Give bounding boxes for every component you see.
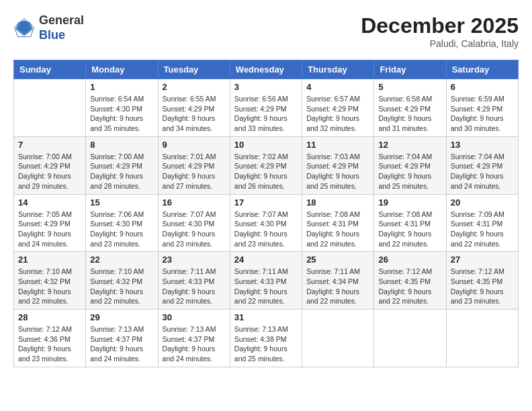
weekday-header-tuesday: Tuesday (158, 60, 230, 79)
calendar-cell: 19Sunrise: 7:08 AMSunset: 4:31 PMDayligh… (374, 194, 446, 252)
calendar-cell: 8Sunrise: 7:00 AMSunset: 4:29 PMDaylight… (86, 136, 158, 194)
logo-text: General Blue (39, 13, 84, 42)
week-row-5: 28Sunrise: 7:12 AMSunset: 4:36 PMDayligh… (14, 310, 519, 367)
calendar-cell (14, 79, 86, 137)
calendar-cell: 21Sunrise: 7:10 AMSunset: 4:32 PMDayligh… (14, 252, 86, 310)
weekday-header-saturday: Saturday (446, 60, 518, 79)
day-info: Sunrise: 7:05 AMSunset: 4:29 PMDaylight:… (18, 210, 81, 249)
day-info: Sunrise: 6:56 AMSunset: 4:29 PMDaylight:… (234, 94, 298, 134)
day-info: Sunrise: 7:13 AMSunset: 4:38 PMDaylight:… (234, 324, 298, 364)
week-row-4: 21Sunrise: 7:10 AMSunset: 4:32 PMDayligh… (14, 252, 519, 310)
calendar-cell: 13Sunrise: 7:04 AMSunset: 4:29 PMDayligh… (446, 136, 518, 194)
logo-icon (13, 17, 35, 39)
day-info: Sunrise: 6:54 AMSunset: 4:30 PMDaylight:… (90, 94, 153, 134)
calendar-cell: 22Sunrise: 7:10 AMSunset: 4:32 PMDayligh… (86, 252, 158, 310)
calendar-cell (374, 310, 446, 367)
calendar-cell: 3Sunrise: 6:56 AMSunset: 4:29 PMDaylight… (230, 79, 302, 137)
location: Paludi, Calabria, Italy (361, 38, 519, 49)
day-info: Sunrise: 6:57 AMSunset: 4:29 PMDaylight:… (306, 94, 369, 134)
day-info: Sunrise: 7:09 AMSunset: 4:31 PMDaylight:… (451, 210, 514, 249)
day-info: Sunrise: 7:13 AMSunset: 4:37 PMDaylight:… (90, 324, 153, 364)
day-number: 24 (234, 255, 298, 265)
calendar-table: SundayMondayTuesdayWednesdayThursdayFrid… (13, 60, 519, 367)
day-info: Sunrise: 7:01 AMSunset: 4:29 PMDaylight:… (163, 152, 226, 191)
page-header: General Blue December 2025 Paludi, Calab… (13, 13, 519, 49)
day-info: Sunrise: 7:07 AMSunset: 4:30 PMDaylight:… (163, 210, 226, 249)
day-info: Sunrise: 7:10 AMSunset: 4:32 PMDaylight:… (18, 267, 81, 306)
calendar-cell: 4Sunrise: 6:57 AMSunset: 4:29 PMDaylight… (302, 79, 374, 137)
day-info: Sunrise: 6:55 AMSunset: 4:29 PMDaylight:… (163, 94, 226, 134)
day-number: 18 (306, 197, 369, 208)
calendar-cell: 18Sunrise: 7:08 AMSunset: 4:31 PMDayligh… (302, 194, 374, 252)
calendar-cell: 15Sunrise: 7:06 AMSunset: 4:30 PMDayligh… (86, 194, 158, 252)
calendar-cell: 24Sunrise: 7:11 AMSunset: 4:33 PMDayligh… (230, 252, 302, 310)
day-number: 5 (378, 82, 441, 92)
day-number: 25 (306, 255, 369, 265)
day-info: Sunrise: 7:13 AMSunset: 4:37 PMDaylight:… (163, 324, 226, 364)
day-info: Sunrise: 7:11 AMSunset: 4:33 PMDaylight:… (234, 267, 298, 306)
week-row-3: 14Sunrise: 7:05 AMSunset: 4:29 PMDayligh… (14, 194, 519, 252)
day-number: 30 (163, 312, 226, 322)
calendar-cell: 5Sunrise: 6:58 AMSunset: 4:29 PMDaylight… (374, 79, 446, 137)
calendar-cell: 25Sunrise: 7:11 AMSunset: 4:34 PMDayligh… (302, 252, 374, 310)
day-number: 2 (163, 82, 226, 92)
day-number: 16 (163, 197, 226, 208)
day-number: 12 (378, 140, 441, 150)
day-number: 6 (451, 82, 514, 92)
day-info: Sunrise: 7:00 AMSunset: 4:29 PMDaylight:… (18, 152, 81, 191)
weekday-header-thursday: Thursday (302, 60, 374, 79)
weekday-header-sunday: Sunday (14, 60, 86, 79)
calendar-cell: 11Sunrise: 7:03 AMSunset: 4:29 PMDayligh… (302, 136, 374, 194)
day-info: Sunrise: 7:06 AMSunset: 4:30 PMDaylight:… (90, 210, 153, 249)
calendar-cell: 7Sunrise: 7:00 AMSunset: 4:29 PMDaylight… (14, 136, 86, 194)
day-info: Sunrise: 7:12 AMSunset: 4:35 PMDaylight:… (451, 267, 514, 306)
weekday-header-monday: Monday (86, 60, 158, 79)
week-row-2: 7Sunrise: 7:00 AMSunset: 4:29 PMDaylight… (14, 136, 519, 194)
day-info: Sunrise: 7:02 AMSunset: 4:29 PMDaylight:… (234, 152, 298, 191)
calendar-cell: 1Sunrise: 6:54 AMSunset: 4:30 PMDaylight… (86, 79, 158, 137)
calendar-cell: 6Sunrise: 6:59 AMSunset: 4:29 PMDaylight… (446, 79, 518, 137)
week-row-1: 1Sunrise: 6:54 AMSunset: 4:30 PMDaylight… (14, 79, 519, 137)
day-info: Sunrise: 7:03 AMSunset: 4:29 PMDaylight:… (306, 152, 369, 191)
day-info: Sunrise: 6:58 AMSunset: 4:29 PMDaylight:… (378, 94, 441, 134)
day-number: 11 (306, 140, 369, 150)
weekday-header-friday: Friday (374, 60, 446, 79)
day-info: Sunrise: 7:12 AMSunset: 4:36 PMDaylight:… (18, 324, 81, 364)
logo: General Blue (13, 13, 84, 42)
calendar-cell: 26Sunrise: 7:12 AMSunset: 4:35 PMDayligh… (374, 252, 446, 310)
day-info: Sunrise: 7:04 AMSunset: 4:29 PMDaylight:… (378, 152, 441, 191)
calendar-cell: 10Sunrise: 7:02 AMSunset: 4:29 PMDayligh… (230, 136, 302, 194)
calendar-cell: 17Sunrise: 7:07 AMSunset: 4:30 PMDayligh… (230, 194, 302, 252)
calendar-cell: 12Sunrise: 7:04 AMSunset: 4:29 PMDayligh… (374, 136, 446, 194)
day-number: 9 (163, 140, 226, 150)
calendar-cell: 2Sunrise: 6:55 AMSunset: 4:29 PMDaylight… (158, 79, 230, 137)
day-number: 3 (234, 82, 298, 92)
calendar-cell (446, 310, 518, 367)
calendar-cell: 23Sunrise: 7:11 AMSunset: 4:33 PMDayligh… (158, 252, 230, 310)
calendar-cell: 9Sunrise: 7:01 AMSunset: 4:29 PMDaylight… (158, 136, 230, 194)
calendar-cell: 14Sunrise: 7:05 AMSunset: 4:29 PMDayligh… (14, 194, 86, 252)
day-number: 13 (451, 140, 514, 150)
day-number: 10 (234, 140, 298, 150)
day-number: 26 (378, 255, 441, 265)
calendar-cell: 31Sunrise: 7:13 AMSunset: 4:38 PMDayligh… (230, 310, 302, 367)
day-info: Sunrise: 7:08 AMSunset: 4:31 PMDaylight:… (378, 210, 441, 249)
day-number: 31 (234, 312, 298, 322)
day-number: 8 (90, 140, 153, 150)
day-number: 4 (306, 82, 369, 92)
day-number: 20 (451, 197, 514, 208)
day-number: 21 (18, 255, 81, 265)
month-year: December 2025 (361, 13, 519, 38)
calendar-cell: 20Sunrise: 7:09 AMSunset: 4:31 PMDayligh… (446, 194, 518, 252)
day-info: Sunrise: 7:10 AMSunset: 4:32 PMDaylight:… (90, 267, 153, 306)
day-info: Sunrise: 7:04 AMSunset: 4:29 PMDaylight:… (451, 152, 514, 191)
day-number: 17 (234, 197, 298, 208)
day-number: 22 (90, 255, 153, 265)
weekday-header-wednesday: Wednesday (230, 60, 302, 79)
calendar-cell (302, 310, 374, 367)
day-info: Sunrise: 7:07 AMSunset: 4:30 PMDaylight:… (234, 210, 298, 249)
calendar-cell: 16Sunrise: 7:07 AMSunset: 4:30 PMDayligh… (158, 194, 230, 252)
title-block: December 2025 Paludi, Calabria, Italy (361, 13, 519, 49)
day-info: Sunrise: 7:08 AMSunset: 4:31 PMDaylight:… (306, 210, 369, 249)
day-number: 1 (90, 82, 153, 92)
